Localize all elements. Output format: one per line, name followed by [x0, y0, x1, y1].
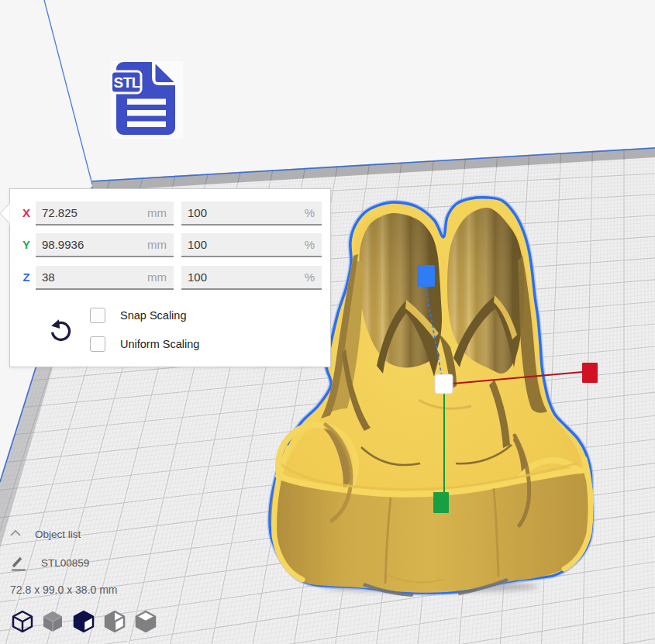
svg-text:STL: STL: [114, 74, 141, 91]
